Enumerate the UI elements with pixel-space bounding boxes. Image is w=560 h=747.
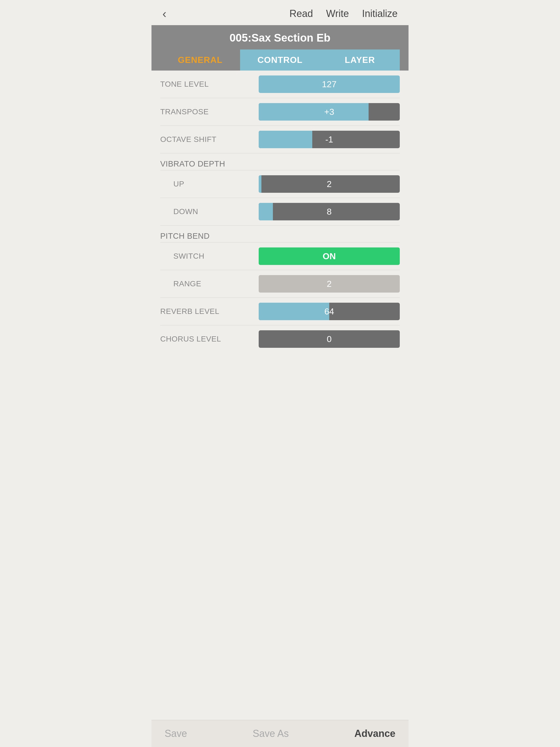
tab-layer[interactable]: LAYER	[320, 50, 400, 71]
patch-title: 005:Sax Section Eb	[160, 32, 400, 50]
content-area: TONE LEVEL 127 TRANSPOSE +3 OCTAVE SHIFT…	[152, 71, 408, 720]
reverb-level-bar[interactable]: 64	[259, 303, 400, 320]
pitch-bend-header: PITCH BEND	[160, 226, 400, 242]
pitch-bend-range-row: RANGE 2	[160, 270, 400, 298]
octave-shift-value: -1	[259, 134, 400, 145]
reverb-level-value: 64	[259, 307, 400, 317]
octave-shift-label: OCTAVE SHIFT	[160, 135, 253, 144]
tab-control[interactable]: CONTROL	[240, 50, 320, 71]
write-button[interactable]: Write	[326, 8, 349, 19]
tone-level-label: TONE LEVEL	[160, 80, 253, 88]
tone-level-value: 127	[259, 79, 400, 89]
transpose-label: TRANSPOSE	[160, 107, 253, 116]
back-button[interactable]: ‹	[162, 8, 167, 20]
transpose-bar[interactable]: +3	[259, 103, 400, 121]
vibrato-up-row: UP 2	[160, 170, 400, 198]
vibrato-down-value: 8	[259, 207, 400, 217]
transpose-value: +3	[259, 107, 400, 117]
chorus-level-value: 0	[259, 334, 400, 344]
octave-shift-row: OCTAVE SHIFT -1	[160, 126, 400, 153]
vibrato-up-label: UP	[160, 180, 253, 188]
tone-level-row: TONE LEVEL 127	[160, 71, 400, 98]
pitch-bend-range-bar[interactable]: 2	[259, 275, 400, 292]
chorus-level-label: CHORUS LEVEL	[160, 335, 253, 343]
top-navigation: ‹ Read Write Initialize	[152, 0, 408, 25]
read-button[interactable]: Read	[289, 8, 313, 19]
vibrato-down-row: DOWN 8	[160, 198, 400, 226]
pitch-bend-switch-button[interactable]: ON	[259, 248, 400, 265]
vibrato-depth-header: VIBRATO DEPTH	[160, 153, 400, 170]
pitch-bend-switch-row: SWITCH ON	[160, 242, 400, 270]
chorus-level-bar[interactable]: 0	[259, 330, 400, 348]
reverb-level-label: REVERB LEVEL	[160, 307, 253, 316]
octave-shift-bar[interactable]: -1	[259, 131, 400, 148]
initialize-button[interactable]: Initialize	[362, 8, 398, 19]
vibrato-down-label: DOWN	[160, 207, 253, 216]
advance-button[interactable]: Advance	[354, 728, 396, 739]
vibrato-up-value: 2	[259, 179, 400, 189]
top-actions: Read Write Initialize	[289, 8, 398, 19]
transpose-row: TRANSPOSE +3	[160, 98, 400, 126]
bottom-bar: Save Save As Advance	[152, 720, 408, 747]
tab-general[interactable]: GENERAL	[160, 50, 240, 71]
vibrato-down-bar[interactable]: 8	[259, 203, 400, 221]
tab-row: GENERAL CONTROL LAYER	[160, 50, 400, 71]
chorus-level-row: CHORUS LEVEL 0	[160, 325, 400, 353]
header-panel: 005:Sax Section Eb GENERAL CONTROL LAYER	[152, 25, 408, 71]
vibrato-up-bar[interactable]: 2	[259, 175, 400, 193]
tone-level-bar[interactable]: 127	[259, 75, 400, 93]
reverb-level-row: REVERB LEVEL 64	[160, 298, 400, 325]
pitch-bend-switch-label: SWITCH	[160, 252, 253, 261]
save-as-button[interactable]: Save As	[253, 728, 289, 739]
pitch-bend-range-label: RANGE	[160, 279, 253, 288]
save-button[interactable]: Save	[164, 728, 187, 739]
